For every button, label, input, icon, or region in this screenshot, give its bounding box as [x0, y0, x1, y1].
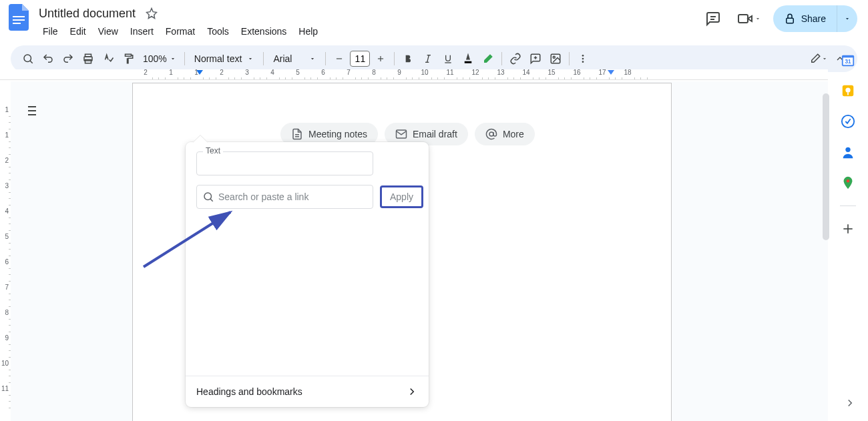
font-size-input[interactable] [350, 51, 370, 67]
insert-link-icon[interactable] [506, 49, 525, 68]
link-search-input[interactable] [218, 191, 367, 202]
separator [840, 205, 856, 206]
menu-insert[interactable]: Insert [125, 23, 159, 39]
menu-tools[interactable]: Tools [202, 23, 234, 39]
highlight-color-icon[interactable] [479, 49, 497, 68]
comment-history-icon[interactable] [701, 7, 725, 31]
document-title[interactable]: Untitled document [35, 5, 140, 22]
docs-logo[interactable] [5, 4, 32, 31]
svg-rect-2 [13, 23, 21, 24]
svg-point-37 [204, 193, 212, 200]
share-button[interactable]: Share [773, 5, 857, 32]
add-comment-icon[interactable] [526, 49, 545, 68]
insert-image-icon[interactable] [546, 49, 565, 68]
menu-edit[interactable]: Edit [65, 23, 91, 39]
horizontal-ruler[interactable]: 21123456789101112131415161718 [0, 69, 828, 80]
chevron-down-icon [247, 55, 254, 62]
svg-text:31: 31 [845, 59, 851, 65]
apply-button[interactable]: Apply [380, 185, 423, 208]
meet-button[interactable] [733, 11, 765, 27]
maps-app-icon[interactable] [840, 175, 856, 191]
undo-icon[interactable] [39, 49, 57, 68]
redo-icon[interactable] [59, 49, 77, 68]
separator [501, 52, 502, 65]
svg-point-26 [582, 61, 584, 63]
more-tools-icon[interactable] [574, 49, 592, 68]
toolbar: 100% Normal text Arial [11, 45, 857, 72]
link-text-label: Text [203, 146, 223, 155]
share-label: Share [801, 13, 826, 24]
right-indent-marker[interactable] [608, 70, 614, 75]
menu-extensions[interactable]: Extensions [236, 23, 292, 39]
chevron-down-icon [754, 15, 761, 22]
paragraph-style-dropdown[interactable]: Normal text [189, 53, 260, 64]
font-family-dropdown[interactable]: Arial [268, 53, 321, 64]
svg-rect-19 [465, 61, 472, 63]
contacts-app-icon[interactable] [840, 144, 856, 160]
decrease-font-size-icon[interactable] [330, 49, 349, 68]
chevron-down-icon [309, 55, 316, 62]
side-panel: 31 [833, 47, 863, 237]
svg-rect-1 [13, 19, 25, 21]
get-addons-icon[interactable] [840, 221, 856, 237]
scrollbar[interactable] [823, 93, 829, 240]
italic-icon[interactable] [419, 49, 437, 68]
keep-app-icon[interactable] [840, 83, 856, 99]
svg-rect-6 [786, 18, 793, 23]
editing-mode-icon[interactable] [809, 49, 828, 68]
separator [263, 52, 264, 65]
svg-point-47 [845, 147, 850, 152]
separator [325, 52, 326, 65]
increase-font-size-icon[interactable] [371, 49, 390, 68]
link-search-field[interactable] [196, 185, 373, 209]
spellcheck-icon[interactable] [99, 49, 118, 68]
headings-bookmarks-row[interactable]: Headings and bookmarks [186, 376, 429, 407]
chevron-right-icon [406, 386, 418, 398]
svg-point-36 [489, 132, 493, 136]
share-dropdown[interactable] [837, 5, 857, 32]
svg-point-44 [845, 87, 850, 92]
chip-more[interactable]: More [475, 123, 535, 145]
svg-point-23 [554, 56, 556, 58]
svg-point-7 [24, 55, 31, 62]
chevron-down-icon [844, 15, 851, 22]
chevron-down-icon [821, 55, 828, 62]
paint-format-icon[interactable] [119, 49, 138, 68]
vertical-ruler[interactable]: 11234567891011 [0, 83, 11, 421]
svg-point-24 [582, 55, 584, 57]
svg-point-48 [847, 179, 850, 183]
svg-line-8 [30, 61, 33, 63]
outline-toggle-icon[interactable] [20, 100, 41, 121]
separator [569, 52, 570, 65]
email-icon [395, 128, 407, 140]
svg-point-25 [582, 58, 584, 60]
menu-view[interactable]: View [93, 23, 124, 39]
at-icon [485, 128, 497, 140]
bold-icon[interactable] [399, 49, 417, 68]
menu-file[interactable]: File [37, 23, 63, 39]
svg-rect-45 [847, 93, 849, 95]
svg-line-17 [427, 55, 429, 63]
menu-format[interactable]: Format [160, 23, 200, 39]
svg-rect-0 [13, 16, 25, 17]
text-color-icon[interactable] [459, 49, 477, 68]
svg-rect-5 [738, 15, 748, 23]
lock-icon [784, 13, 796, 25]
underline-icon[interactable] [439, 49, 457, 68]
separator [184, 52, 185, 65]
document-icon [291, 128, 303, 140]
svg-line-38 [210, 199, 213, 201]
calendar-app-icon[interactable]: 31 [840, 52, 856, 68]
print-icon[interactable] [79, 49, 97, 68]
hide-side-panel-icon[interactable] [844, 397, 856, 412]
star-icon[interactable] [144, 5, 160, 21]
tasks-app-icon[interactable] [840, 113, 856, 129]
zoom-dropdown[interactable]: 100% [139, 53, 180, 64]
insert-link-popup: Text Apply Headings and bookmarks [186, 142, 429, 407]
search-menus-icon[interactable] [19, 49, 37, 68]
separator [394, 52, 395, 65]
search-icon [202, 191, 214, 203]
menu-help[interactable]: Help [293, 23, 323, 39]
chevron-down-icon [170, 55, 176, 62]
